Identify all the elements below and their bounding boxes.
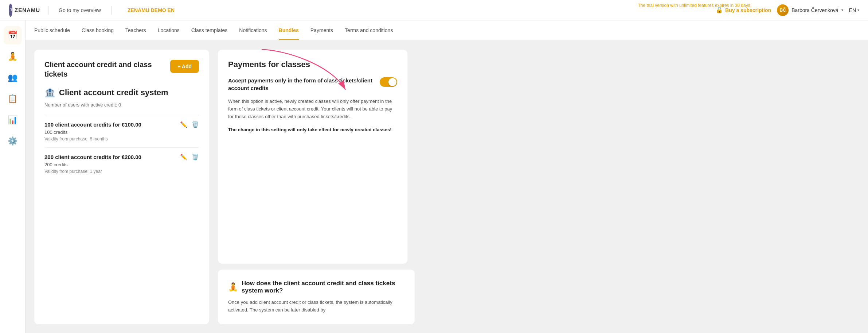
users-info: Number of users with active credit: 0: [44, 102, 199, 108]
divider2: [111, 6, 112, 15]
credit-detail: 100 credits: [44, 129, 199, 135]
sidebar-item-settings[interactable]: ⚙️: [4, 132, 22, 150]
credit-actions-2: ✏️ 🗑️: [180, 154, 199, 160]
yoga-icon: 🧘: [8, 52, 17, 61]
credit-item: 200 client account credits for €200.00 ✏…: [44, 147, 199, 180]
credit-item-title: 100 client account credits for €100.00: [44, 121, 141, 128]
left-card-title: Client account credit and class tickets: [44, 60, 170, 79]
right-card: Payments for classes Accept payments onl…: [218, 50, 407, 264]
tab-bundles[interactable]: Bundles: [279, 22, 299, 40]
payment-toggle[interactable]: [380, 77, 397, 87]
right-card-title: Payments for classes: [228, 60, 397, 69]
tab-teachers[interactable]: Teachers: [125, 22, 146, 40]
credit-detail-2: 200 credits: [44, 162, 199, 167]
list-icon: 📋: [8, 94, 17, 104]
chevron-down-icon: ▾: [841, 8, 843, 12]
tab-class-booking[interactable]: Class booking: [82, 22, 114, 40]
edit-icon[interactable]: ✏️: [180, 121, 187, 128]
info-icon: 🧘: [228, 282, 238, 292]
logo-text: ZENAMU: [15, 7, 40, 13]
left-card: Client account credit and class tickets …: [34, 50, 209, 324]
section-title: Client account credit system: [59, 88, 168, 97]
credit-actions: ✏️ 🗑️: [180, 121, 199, 128]
info-card-title: How does the client account credit and c…: [242, 280, 404, 294]
credit-item-header: 100 client account credits for €100.00 ✏…: [44, 121, 199, 128]
users-icon: 👥: [8, 73, 17, 82]
card-header: Client account credit and class tickets …: [44, 60, 199, 79]
user-avatar: BČ: [777, 4, 789, 16]
add-button[interactable]: + Add: [170, 60, 199, 73]
divider: [48, 6, 48, 15]
credit-item: 100 client account credits for €100.00 ✏…: [44, 115, 199, 147]
trial-notice: The trial version with unlimited feature…: [638, 3, 751, 8]
tab-notifications[interactable]: Notifications: [239, 22, 267, 40]
credit-item-title-2: 200 client account credits for €200.00: [44, 154, 141, 160]
language-label: EN: [849, 7, 856, 13]
main-content: Client account credit and class tickets …: [26, 41, 868, 333]
bank-icon: 🏦: [44, 88, 55, 98]
info-card-description: Once you add client account credit or cl…: [228, 299, 404, 314]
tab-class-templates[interactable]: Class templates: [191, 22, 228, 40]
calendar-icon: 📅: [8, 31, 17, 40]
sidebar-item-chart[interactable]: 📊: [4, 111, 22, 129]
logo-area: ☽ ZENAMU Go to my overview ZENAMU DEMO E…: [9, 4, 175, 17]
go-to-overview-link[interactable]: Go to my overview: [59, 7, 101, 13]
payment-warning: The change in this setting will only tak…: [228, 126, 397, 133]
toggle-knob: [388, 78, 396, 86]
sidebar-item-yoga[interactable]: 🧘: [4, 47, 22, 66]
demo-label: ZENAMU DEMO EN: [128, 7, 175, 13]
credit-item-header-2: 200 client account credits for €200.00 ✏…: [44, 154, 199, 160]
credit-validity: Validity from purchase: 6 months: [44, 136, 199, 142]
credit-validity-2: Validity from purchase: 1 year: [44, 169, 199, 174]
nav-tabs: Public schedule Class booking Teachers L…: [26, 20, 868, 41]
delete-icon-2[interactable]: 🗑️: [192, 154, 199, 160]
tab-public-schedule[interactable]: Public schedule: [34, 22, 70, 40]
edit-icon-2[interactable]: ✏️: [180, 154, 187, 160]
user-info[interactable]: BČ Barbora Červenková ▾: [777, 4, 843, 16]
logo: ☽ ZENAMU: [9, 4, 38, 17]
top-bar: ☽ ZENAMU Go to my overview ZENAMU DEMO E…: [0, 0, 868, 20]
language-selector[interactable]: EN ▾: [849, 7, 859, 13]
content-area: Public schedule Class booking Teachers L…: [26, 20, 868, 333]
section-header: 🏦 Client account credit system: [44, 88, 199, 98]
toggle-wrapper: [380, 77, 397, 87]
lang-chevron-icon: ▾: [857, 8, 859, 12]
user-name: Barbora Červenková: [791, 7, 838, 13]
tab-locations[interactable]: Locations: [158, 22, 180, 40]
delete-icon[interactable]: 🗑️: [192, 121, 199, 128]
tab-payments[interactable]: Payments: [310, 22, 333, 40]
sidebar: 📅 🧘 👥 📋 📊 ⚙️: [0, 20, 26, 333]
logo-icon: ☽: [9, 8, 12, 12]
sidebar-item-calendar[interactable]: 📅: [4, 26, 22, 44]
sidebar-item-users[interactable]: 👥: [4, 69, 22, 87]
payment-description: When this option is active, newly create…: [228, 98, 397, 120]
app-layout: 📅 🧘 👥 📋 📊 ⚙️ Public schedule Class booki…: [0, 20, 868, 333]
toggle-label: Accept payments only in the form of clas…: [228, 77, 374, 92]
info-card: 🧘 How does the client account credit and…: [218, 270, 415, 324]
settings-icon: ⚙️: [8, 136, 17, 146]
right-column: Payments for classes Accept payments onl…: [218, 50, 415, 324]
info-card-header: 🧘 How does the client account credit and…: [228, 280, 404, 294]
payment-option: Accept payments only in the form of clas…: [228, 77, 397, 92]
chart-icon: 📊: [8, 115, 17, 125]
logo-circle: ☽: [9, 4, 12, 17]
sidebar-item-list[interactable]: 📋: [4, 90, 22, 108]
tab-terms[interactable]: Terms and conditions: [345, 22, 393, 40]
user-initials: BČ: [779, 8, 786, 13]
